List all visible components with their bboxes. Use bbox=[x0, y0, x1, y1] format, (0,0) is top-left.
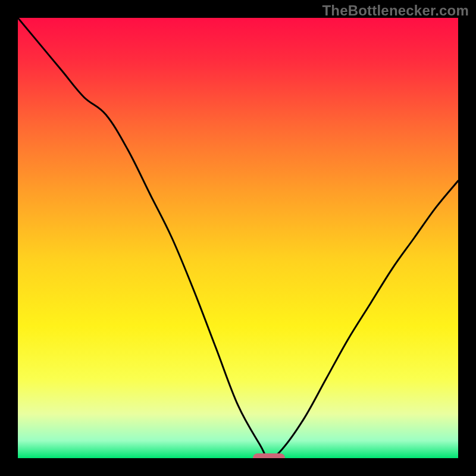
gradient-background bbox=[18, 18, 458, 458]
plot-svg bbox=[18, 18, 458, 458]
chart-frame: TheBottlenecker.com bbox=[0, 0, 476, 476]
minimum-marker bbox=[253, 453, 285, 458]
plot-area bbox=[18, 18, 458, 458]
watermark-text: TheBottlenecker.com bbox=[322, 2, 469, 19]
